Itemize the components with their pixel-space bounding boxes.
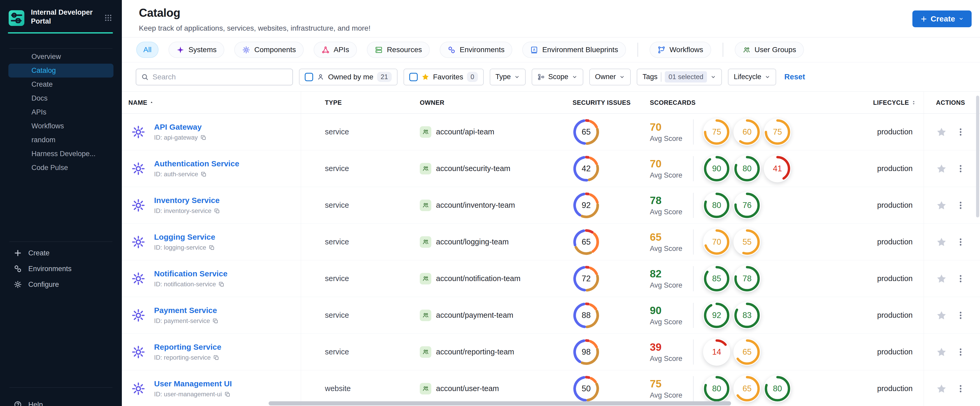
owner-name: account/user-team xyxy=(436,384,499,393)
app-title: Internal Developer Portal xyxy=(31,8,94,26)
favorite-star-button[interactable] xyxy=(936,236,947,247)
scorecard-ring: 80 xyxy=(764,375,791,402)
vertical-scrollbar[interactable] xyxy=(976,95,979,217)
search-input[interactable] xyxy=(153,73,288,81)
sidebar-item-help[interactable]: Help xyxy=(0,397,122,406)
reset-filters-button[interactable]: Reset xyxy=(784,73,805,81)
entity-name-link[interactable]: Reporting Service xyxy=(154,343,221,351)
sidebar-item-code-pulse[interactable]: Code Pulse xyxy=(8,161,113,175)
filter-dropdown-tags[interactable]: Tags01 selected xyxy=(637,69,722,86)
owned-by-me-filter[interactable]: Owned by me 21 xyxy=(299,69,398,86)
entity-gear-icon xyxy=(131,161,146,176)
sidebar-item-label: random xyxy=(32,136,56,144)
sidebar-item-apis[interactable]: APIs xyxy=(8,105,113,119)
sidebar-bottom-item-configure[interactable]: Configure xyxy=(0,277,122,292)
favorite-star-button[interactable] xyxy=(936,310,947,321)
scorecards-cell: 70Avg Score756075 xyxy=(642,118,807,146)
tab-all[interactable]: All xyxy=(136,42,159,58)
favorite-star-button[interactable] xyxy=(936,273,947,284)
sidebar-item-label: Code Pulse xyxy=(32,164,68,172)
horizontal-scrollbar[interactable] xyxy=(269,401,731,406)
tab-environments[interactable]: Environments xyxy=(440,42,512,58)
sidebar-item-label: Overview xyxy=(32,52,61,61)
row-menu-button[interactable] xyxy=(956,201,965,210)
copy-icon[interactable] xyxy=(213,355,220,361)
sidebar-item-docs[interactable]: Docs xyxy=(8,91,113,105)
sidebar-item-harness-develope-[interactable]: Harness Develope... xyxy=(8,147,113,161)
copy-icon[interactable] xyxy=(224,391,231,397)
security-issues-value: 98 xyxy=(573,338,600,366)
favorites-filter[interactable]: Favorites 0 xyxy=(404,69,484,86)
entity-name-link[interactable]: Inventory Service xyxy=(154,196,220,205)
favorite-star-button[interactable] xyxy=(936,163,947,174)
app-switcher-grid-icon[interactable] xyxy=(104,14,112,22)
avg-score-label: Avg Score xyxy=(650,171,693,179)
tab-components[interactable]: Components xyxy=(234,42,304,58)
owned-by-me-checkbox[interactable] xyxy=(305,73,313,81)
copy-icon[interactable] xyxy=(214,208,220,214)
filter-dropdown-owner[interactable]: Owner xyxy=(589,69,631,86)
row-menu-button[interactable] xyxy=(956,237,965,247)
filter-dropdown-lifecycle[interactable]: Lifecycle xyxy=(728,69,776,86)
row-menu-button[interactable] xyxy=(956,311,965,320)
header-lifecycle[interactable]: LIFECYCLE xyxy=(807,99,924,106)
app-root: Internal Developer Portal OverviewCatalo… xyxy=(0,0,980,406)
row-menu-button[interactable] xyxy=(956,384,965,393)
scorecard-ring: 90 xyxy=(703,155,730,182)
security-issues-value: 42 xyxy=(573,155,600,182)
filter-dropdown-type[interactable]: Type xyxy=(490,69,526,86)
row-menu-button[interactable] xyxy=(956,164,965,173)
row-menu-button[interactable] xyxy=(956,274,965,284)
copy-icon[interactable] xyxy=(201,171,207,177)
tab-user-groups[interactable]: User Groups xyxy=(735,42,804,58)
entity-name-link[interactable]: API Gateway xyxy=(154,122,202,131)
copy-icon[interactable] xyxy=(200,135,207,141)
avg-score-label: Avg Score xyxy=(650,355,693,363)
favorites-checkbox[interactable] xyxy=(409,73,418,81)
scorecard-value: 85 xyxy=(703,265,730,292)
favorite-star-button[interactable] xyxy=(936,127,947,138)
entity-id: ID: user-management-ui xyxy=(154,390,222,398)
sidebar-item-random[interactable]: random xyxy=(8,133,113,147)
entity-name-link[interactable]: Payment Service xyxy=(154,306,217,315)
entity-name-link[interactable]: Authentication Service xyxy=(154,159,239,168)
copy-icon[interactable] xyxy=(213,318,218,324)
favorite-star-button[interactable] xyxy=(936,200,947,211)
copy-icon[interactable] xyxy=(218,281,224,287)
scorecard-ring: 78 xyxy=(733,265,760,292)
tab-workflows[interactable]: Workflows xyxy=(649,42,711,58)
header-name[interactable]: NAME xyxy=(122,99,301,106)
create-button[interactable]: Create xyxy=(912,11,972,27)
sidebar-bottom-item-environments[interactable]: Environments xyxy=(0,261,122,277)
row-menu-button[interactable] xyxy=(956,127,965,137)
entity-name-link[interactable]: User Management UI xyxy=(154,379,232,388)
owner-name: account/reporting-team xyxy=(436,347,514,356)
copy-icon[interactable] xyxy=(209,245,215,251)
chevron-down-icon xyxy=(710,74,716,80)
entity-id: ID: inventory-service xyxy=(154,207,212,214)
divider xyxy=(693,303,694,328)
tab-resources[interactable]: Resources xyxy=(367,42,430,58)
entity-gear-icon xyxy=(131,308,146,323)
actions-cell xyxy=(924,127,980,138)
help-icon xyxy=(14,401,22,406)
entity-name-link[interactable]: Logging Service xyxy=(154,233,215,241)
tab-systems[interactable]: Systems xyxy=(169,42,224,58)
sidebar-item-catalog[interactable]: Catalog xyxy=(8,63,113,78)
favorite-star-button[interactable] xyxy=(936,347,947,358)
sidebar: Internal Developer Portal OverviewCatalo… xyxy=(0,0,122,406)
tab-apis[interactable]: APIs xyxy=(313,42,357,58)
tab-environment-blueprints[interactable]: AEnvironment Blueprints xyxy=(522,42,626,58)
scorecard-ring: 76 xyxy=(733,192,760,219)
row-menu-button[interactable] xyxy=(956,347,965,357)
entity-name-link[interactable]: Notification Service xyxy=(154,269,228,278)
owner-cell: account/payment-team xyxy=(413,309,566,321)
sidebar-item-overview[interactable]: Overview xyxy=(8,50,113,63)
filter-dropdown-scope[interactable]: Scope xyxy=(532,69,583,86)
favorite-star-button[interactable] xyxy=(936,383,947,394)
sidebar-bottom-item-create[interactable]: Create xyxy=(0,245,122,261)
sidebar-item-workflows[interactable]: Workflows xyxy=(8,119,113,133)
sidebar-item-create[interactable]: Create xyxy=(8,78,113,91)
tab-label: Resources xyxy=(387,46,422,54)
tabs-separator xyxy=(723,43,723,57)
